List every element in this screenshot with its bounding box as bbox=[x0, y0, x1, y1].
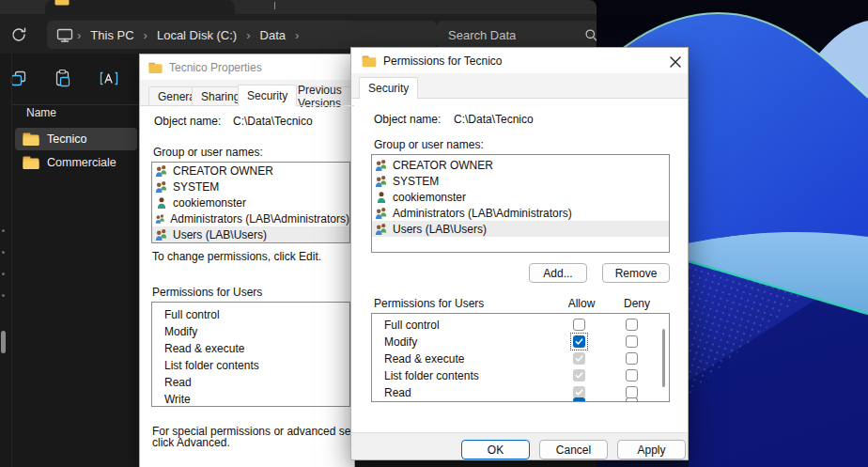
tab-caret bbox=[274, 2, 275, 9]
cancel-button[interactable]: Cancel bbox=[539, 440, 608, 459]
permission-row[interactable]: Full control bbox=[152, 306, 349, 323]
file-name: Commerciale bbox=[47, 156, 116, 169]
object-name-value: C:\Data\Tecnico bbox=[233, 115, 313, 128]
add-button[interactable]: Add... bbox=[529, 263, 587, 283]
deny-checkbox-modify[interactable] bbox=[626, 335, 638, 348]
user-icon bbox=[155, 196, 168, 210]
allow-checkbox-full-control[interactable] bbox=[573, 319, 585, 331]
tab-folder-icon bbox=[54, 0, 70, 6]
folder-icon bbox=[23, 156, 39, 170]
list-item[interactable]: Administrators (LAB\Administrators) bbox=[152, 210, 349, 226]
edit-hint: To change permissions, click Edit. bbox=[152, 250, 321, 263]
breadcrumb-local-disk-c[interactable]: Local Disk (C:) bbox=[151, 28, 242, 42]
list-item[interactable]: cookiemonster bbox=[372, 189, 669, 205]
file-row-tecnico[interactable]: Tecnico bbox=[15, 128, 137, 150]
permissions-table[interactable]: Full control Modify Read & execute List … bbox=[371, 313, 670, 402]
tab-security[interactable]: Security bbox=[238, 85, 297, 106]
dialog-title: Tecnico Properties bbox=[169, 61, 262, 74]
paste-icon[interactable] bbox=[53, 69, 72, 88]
object-name-label: Object name: bbox=[374, 113, 441, 126]
permission-row-modify: Modify bbox=[372, 334, 669, 350]
permission-row-list-folder: List folder contents bbox=[372, 367, 669, 384]
breadcrumb-separator: › bbox=[73, 28, 85, 42]
nav-pane-divider bbox=[11, 54, 12, 467]
deny-column-header: Deny bbox=[622, 297, 652, 310]
breadcrumb-separator: › bbox=[242, 28, 254, 42]
permissions-for-tecnico-dialog: Permissions for Tecnico Security Object … bbox=[350, 47, 689, 460]
list-item-selected[interactable]: Users (LAB\Users) bbox=[372, 221, 669, 237]
allow-checkbox-write-partial[interactable] bbox=[573, 397, 585, 401]
group-user-list[interactable]: CREATOR OWNER SYSTEM cookiemonster Admin… bbox=[371, 154, 670, 253]
dialog-title: Permissions for Tecnico bbox=[383, 54, 503, 68]
list-item-selected[interactable]: Users (LAB\Users) bbox=[152, 226, 349, 242]
deny-checkbox-write-partial[interactable] bbox=[626, 397, 638, 401]
list-item[interactable]: SYSTEM bbox=[152, 179, 349, 195]
breadcrumb-expand-chevron[interactable]: › bbox=[291, 28, 302, 42]
permissions-label: Permissions for Users bbox=[152, 286, 262, 299]
permission-row-read: Read bbox=[372, 384, 669, 401]
file-row-commerciale[interactable]: Commerciale bbox=[15, 151, 137, 174]
address-bar[interactable]: › This PC › Local Disk (C:) › Data › bbox=[47, 21, 437, 49]
allow-checkbox-modify[interactable] bbox=[573, 335, 585, 348]
group-list-label: Group or user names: bbox=[374, 138, 484, 151]
list-item[interactable]: cookiemonster bbox=[152, 195, 349, 210]
tecnico-properties-dialog: Tecnico Properties General Sharing Secur… bbox=[139, 54, 355, 467]
permission-row[interactable]: Read & execute bbox=[152, 340, 349, 357]
permission-row[interactable]: List folder contents bbox=[152, 357, 349, 374]
allow-checkbox-read-execute[interactable] bbox=[573, 352, 585, 365]
group-icon bbox=[155, 228, 168, 241]
group-icon bbox=[155, 212, 165, 226]
group-icon bbox=[155, 164, 168, 178]
tab-security[interactable]: Security bbox=[359, 77, 418, 99]
nav-tree-dot bbox=[2, 272, 5, 275]
group-user-list[interactable]: CREATOR OWNER SYSTEM cookiemonster Admin… bbox=[151, 162, 350, 243]
list-item[interactable]: CREATOR OWNER bbox=[372, 157, 669, 173]
explorer-active-tab[interactable] bbox=[45, 0, 235, 14]
tab-previous-versions[interactable]: Previous Versions bbox=[288, 86, 355, 105]
list-item[interactable]: CREATOR OWNER bbox=[152, 163, 349, 179]
search-icon[interactable] bbox=[584, 28, 597, 42]
permission-row[interactable]: Modify bbox=[152, 323, 349, 340]
object-name-value: C:\Data\Tecnico bbox=[454, 113, 534, 126]
rename-icon[interactable] bbox=[99, 69, 119, 88]
allow-column-header: Allow bbox=[566, 297, 597, 310]
deny-checkbox-read-execute[interactable] bbox=[626, 352, 638, 365]
group-icon bbox=[375, 207, 388, 220]
permission-row[interactable]: Read bbox=[152, 374, 349, 391]
table-scrollbar-thumb[interactable] bbox=[662, 329, 665, 387]
nav-scrollbar-thumb[interactable] bbox=[1, 331, 6, 353]
group-icon bbox=[155, 180, 168, 194]
breadcrumb-this-pc[interactable]: This PC bbox=[85, 28, 139, 42]
file-name: Tecnico bbox=[47, 132, 86, 146]
nav-tree-dot bbox=[2, 251, 5, 254]
user-icon bbox=[375, 191, 388, 204]
deny-checkbox-list-folder[interactable] bbox=[626, 369, 638, 381]
ok-button[interactable]: OK bbox=[461, 440, 530, 459]
close-icon[interactable] bbox=[666, 53, 685, 71]
allow-checkbox-list-folder[interactable] bbox=[573, 369, 585, 381]
list-item[interactable]: SYSTEM bbox=[372, 173, 669, 189]
refresh-icon[interactable] bbox=[10, 26, 27, 43]
this-pc-icon bbox=[56, 27, 73, 43]
search-input[interactable]: Search Data bbox=[448, 28, 516, 42]
explorer-tab-bar bbox=[0, 0, 597, 14]
list-item[interactable]: Administrators (LAB\Administrators) bbox=[372, 205, 669, 221]
apply-button[interactable]: Apply bbox=[617, 440, 686, 459]
deny-checkbox-full-control[interactable] bbox=[626, 319, 638, 331]
permission-row[interactable]: Write bbox=[152, 391, 349, 407]
column-header-name[interactable]: Name bbox=[26, 106, 56, 119]
permissions-list[interactable]: Full control Modify Read & execute List … bbox=[151, 302, 350, 407]
permission-row-read-execute: Read & execute bbox=[372, 350, 669, 367]
folder-icon bbox=[23, 132, 39, 147]
dialog-folder-icon bbox=[362, 55, 377, 68]
remove-button[interactable]: Remove bbox=[602, 263, 670, 283]
nav-tree-dot bbox=[2, 229, 5, 232]
permission-row-full-control: Full control bbox=[372, 317, 669, 334]
nav-tree-dot bbox=[2, 294, 5, 297]
object-name-label: Object name: bbox=[154, 115, 221, 128]
group-icon bbox=[375, 175, 388, 188]
search-box[interactable]: Search Data bbox=[437, 21, 597, 49]
group-icon bbox=[375, 159, 388, 172]
group-icon bbox=[375, 223, 388, 236]
breadcrumb-data[interactable]: Data bbox=[255, 28, 291, 42]
